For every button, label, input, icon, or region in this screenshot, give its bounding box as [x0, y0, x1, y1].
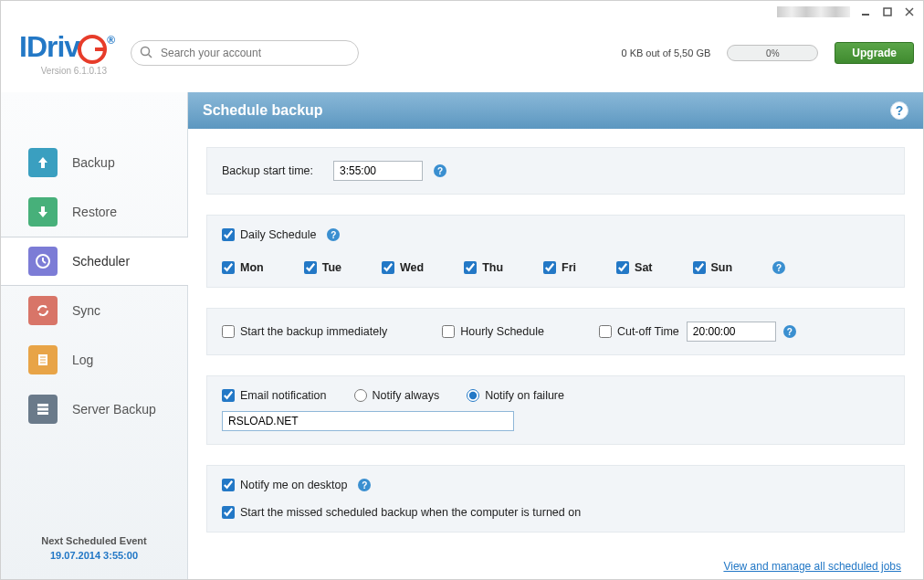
maximize-button[interactable] — [881, 5, 894, 18]
next-event-label: Next Scheduled Event — [1, 535, 187, 546]
day-checkbox-mon[interactable]: Mon — [222, 261, 264, 274]
panel-start-time: Backup start time: ? — [206, 147, 905, 195]
svg-line-8 — [43, 261, 46, 263]
page-header: Schedule backup ? — [188, 92, 923, 129]
day-checkbox-fri[interactable]: Fri — [543, 261, 576, 274]
next-event-time: 19.07.2014 3:55:00 — [1, 550, 187, 561]
notify-failure-input[interactable] — [467, 389, 479, 402]
start-time-input[interactable] — [333, 161, 423, 181]
storage-pct: 0% — [766, 48, 779, 58]
info-icon[interactable]: ? — [358, 479, 371, 491]
logo-text: IDriv — [19, 30, 79, 64]
day-checkbox-wed[interactable]: Wed — [382, 261, 424, 274]
sidebar-item-label: Server Backup — [72, 402, 156, 417]
panel-daily-schedule: Daily Schedule ? MonTueWedThuFriSatSun? — [206, 215, 905, 288]
daily-schedule-label: Daily Schedule — [240, 228, 316, 241]
logo-block: IDriv® Version 6.1.0.13 — [19, 30, 114, 76]
daily-schedule-checkbox[interactable]: Daily Schedule — [222, 228, 316, 241]
desktop-notify-checkbox[interactable]: Notify me on desktop — [222, 479, 347, 491]
day-label: Mon — [240, 261, 264, 274]
logo-e-icon — [78, 35, 107, 64]
day-input-fri[interactable] — [543, 261, 556, 274]
day-checkbox-thu[interactable]: Thu — [464, 261, 503, 274]
notify-always-input[interactable] — [354, 389, 367, 402]
page-title: Schedule backup — [203, 102, 323, 119]
day-input-sun[interactable] — [693, 261, 706, 274]
day-label: Thu — [482, 261, 503, 274]
search-wrap — [131, 40, 359, 66]
info-icon[interactable]: ? — [327, 228, 340, 241]
close-button[interactable] — [903, 5, 916, 18]
day-input-mon[interactable] — [222, 261, 235, 274]
minimize-button[interactable] — [859, 5, 872, 18]
sidebar-item-backup[interactable]: Backup — [1, 138, 187, 187]
content-area: Backup start time: ? Daily Schedule ? Mo… — [188, 129, 923, 554]
info-icon[interactable]: ? — [772, 261, 785, 274]
logo-reg: ® — [107, 34, 114, 47]
search-input[interactable] — [131, 40, 359, 66]
day-input-thu[interactable] — [464, 261, 477, 274]
missed-backup-label: Start the missed scheduled backup when t… — [240, 506, 581, 519]
sidebar-item-scheduler[interactable]: Scheduler — [1, 237, 188, 286]
panel-options: Start the backup immediately Hourly Sche… — [206, 308, 905, 355]
app-header: IDriv® Version 6.1.0.13 0 KB out of 5,50… — [1, 23, 923, 92]
sidebar-item-label: Sync — [72, 303, 100, 318]
svg-point-4 — [141, 47, 149, 56]
day-checkbox-tue[interactable]: Tue — [304, 261, 341, 274]
immediate-input[interactable] — [222, 325, 235, 338]
day-checkbox-sat[interactable]: Sat — [616, 261, 652, 274]
desktop-notify-label: Notify me on desktop — [240, 479, 347, 491]
svg-rect-14 — [37, 408, 48, 411]
days-row: MonTueWedThuFriSatSun? — [222, 261, 889, 274]
log-icon — [28, 345, 58, 374]
notify-always-radio[interactable]: Notify always — [354, 389, 440, 402]
cutoff-checkbox[interactable]: Cut-off Time — [599, 325, 679, 338]
notify-failure-label: Notify on failure — [485, 389, 564, 402]
day-label: Sun — [711, 261, 733, 274]
manage-jobs-link[interactable]: View and manage all scheduled jobs — [723, 560, 901, 573]
window-titlebar — [1, 1, 923, 23]
day-checkbox-sun[interactable]: Sun — [693, 261, 733, 274]
day-input-wed[interactable] — [382, 261, 394, 274]
panel-desktop: Notify me on desktop ? Start the missed … — [206, 465, 905, 533]
email-input[interactable] — [222, 411, 514, 431]
sidebar-item-label: Scheduler — [72, 254, 130, 269]
restore-icon — [28, 197, 58, 227]
email-notification-input[interactable] — [222, 389, 235, 402]
sidebar-item-server-backup[interactable]: Server Backup — [1, 385, 187, 434]
sidebar-item-label: Log — [72, 353, 93, 367]
info-icon[interactable]: ? — [434, 164, 446, 177]
immediate-checkbox[interactable]: Start the backup immediately — [222, 325, 387, 338]
server-icon — [28, 395, 58, 424]
day-input-tue[interactable] — [304, 261, 317, 274]
email-notification-checkbox[interactable]: Email notification — [222, 389, 327, 402]
sidebar-item-restore[interactable]: Restore — [1, 187, 187, 237]
svg-rect-15 — [37, 412, 48, 415]
info-icon[interactable]: ? — [783, 325, 796, 338]
help-icon[interactable]: ? — [890, 101, 908, 120]
hourly-input[interactable] — [442, 325, 455, 338]
upgrade-button[interactable]: Upgrade — [835, 42, 914, 64]
day-input-sat[interactable] — [616, 261, 629, 274]
cutoff-time-input[interactable] — [687, 322, 776, 342]
start-time-label: Backup start time: — [222, 164, 322, 177]
sidebar-item-sync[interactable]: Sync — [1, 286, 187, 335]
daily-schedule-input[interactable] — [222, 228, 235, 241]
hourly-checkbox[interactable]: Hourly Schedule — [442, 325, 544, 338]
day-label: Fri — [562, 261, 576, 274]
logo: IDriv® — [19, 30, 114, 64]
svg-line-5 — [148, 55, 152, 58]
missed-backup-checkbox[interactable]: Start the missed scheduled backup when t… — [222, 506, 581, 519]
panel-email: Email notification Notify always Notify … — [206, 375, 905, 445]
cutoff-input[interactable] — [599, 325, 612, 338]
scheduler-icon — [28, 247, 58, 276]
email-notification-label: Email notification — [240, 389, 327, 402]
sidebar-item-label: Restore — [72, 205, 117, 219]
immediate-label: Start the backup immediately — [240, 325, 387, 338]
notify-failure-radio[interactable]: Notify on failure — [467, 389, 564, 402]
sidebar-item-log[interactable]: Log — [1, 335, 187, 385]
version-label: Version 6.1.0.13 — [19, 66, 114, 76]
desktop-notify-input[interactable] — [222, 479, 235, 491]
missed-backup-input[interactable] — [222, 506, 235, 519]
storage-meter: 0% — [727, 45, 818, 61]
